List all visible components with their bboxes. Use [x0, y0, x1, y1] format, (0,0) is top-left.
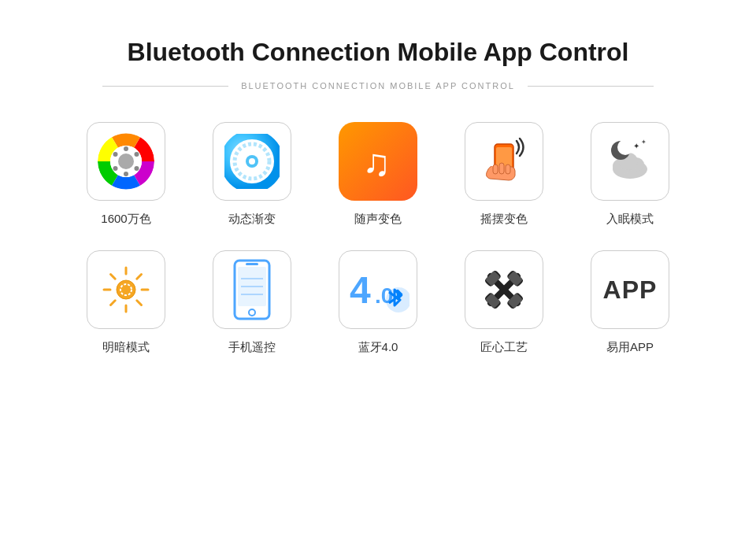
feature-shake-color: 摇摆变色 [453, 122, 555, 227]
feature-bright-dark: 明暗模式 [75, 250, 177, 355]
dynamic-gradient-icon [224, 134, 280, 189]
svg-point-7 [113, 152, 118, 157]
subtitle-line-left [102, 86, 228, 87]
svg-rect-16 [499, 163, 504, 174]
shake-color-box [465, 122, 543, 201]
feature-color-16m: 1600万色 [75, 122, 177, 227]
svg-line-34 [111, 301, 116, 305]
feature-phone-remote: 手机遥控 [201, 250, 303, 355]
phone-remote-label: 手机遥控 [228, 340, 276, 355]
music-note-icon: ♫ [356, 139, 400, 183]
svg-rect-17 [506, 165, 510, 174]
wrench-icon [476, 261, 532, 318]
craftsmanship-label: 匠心工艺 [480, 340, 528, 355]
feature-dynamic-gradient: 动态渐变 [201, 122, 303, 227]
svg-point-39 [249, 309, 255, 316]
craftsmanship-box [465, 250, 543, 329]
svg-text:♫: ♫ [362, 142, 391, 183]
svg-rect-15 [493, 165, 498, 174]
color-16m-label: 1600万色 [101, 212, 150, 227]
sleep-mode-icon: ✦ ✦ [602, 133, 658, 190]
app-text: APP [603, 276, 658, 305]
feature-craftsmanship: 匠心工艺 [453, 250, 555, 355]
main-title: Bluetooth Connection Mobile App Control [128, 38, 629, 67]
bright-dark-box [87, 250, 165, 329]
svg-rect-38 [246, 263, 258, 265]
svg-line-33 [137, 275, 142, 279]
svg-line-31 [111, 275, 116, 279]
dynamic-gradient-label: 动态渐变 [228, 212, 276, 227]
svg-point-2 [124, 146, 128, 151]
brightness-icon [99, 263, 153, 316]
feature-music-color: ♫ 随声变色 [327, 122, 429, 227]
svg-point-4 [135, 166, 139, 171]
shake-color-label: 摇摆变色 [480, 212, 528, 227]
icons-grid: 1600万色 [75, 122, 681, 355]
bright-dark-label: 明暗模式 [102, 340, 150, 355]
svg-point-3 [135, 152, 139, 157]
svg-point-1 [118, 153, 134, 169]
mobile-phone-icon [232, 259, 272, 320]
music-color-box: ♫ [339, 122, 417, 201]
svg-point-23 [617, 139, 633, 155]
bluetooth40-icon: 4 .0 [346, 262, 410, 317]
feature-sleep-mode: ✦ ✦ 入眠模式 [579, 122, 681, 227]
subtitle-line-right [528, 86, 654, 87]
easy-app-label: 易用APP [606, 340, 654, 355]
svg-point-5 [124, 172, 128, 176]
phone-remote-box [213, 250, 291, 329]
sleep-mode-label: 入眠模式 [606, 212, 654, 227]
svg-text:4: 4 [350, 269, 371, 311]
bluetooth40-label: 蓝牙4.0 [358, 340, 398, 355]
bluetooth40-box: 4 .0 [339, 250, 417, 329]
svg-point-11 [249, 158, 255, 165]
color-wheel-box [87, 122, 165, 201]
svg-text:✦: ✦ [641, 139, 647, 146]
sleep-mode-box: ✦ ✦ [591, 122, 669, 201]
feature-bluetooth40: 4 .0 蓝牙4.0 [327, 250, 429, 355]
dynamic-gradient-box [213, 122, 291, 201]
phone-shake-icon [476, 133, 532, 190]
svg-line-32 [137, 301, 142, 305]
subtitle-text: BLUETOOTH CONNECTION MOBILE APP CONTROL [241, 81, 515, 91]
color-wheel-icon [98, 133, 154, 190]
feature-easy-app: APP 易用APP [579, 250, 681, 355]
subtitle-row: BLUETOOTH CONNECTION MOBILE APP CONTROL [102, 81, 654, 91]
svg-point-6 [113, 166, 118, 171]
music-color-label: 随声变色 [354, 212, 402, 227]
svg-text:✦: ✦ [633, 142, 639, 150]
easy-app-box: APP [591, 250, 669, 329]
svg-point-26 [117, 280, 135, 299]
